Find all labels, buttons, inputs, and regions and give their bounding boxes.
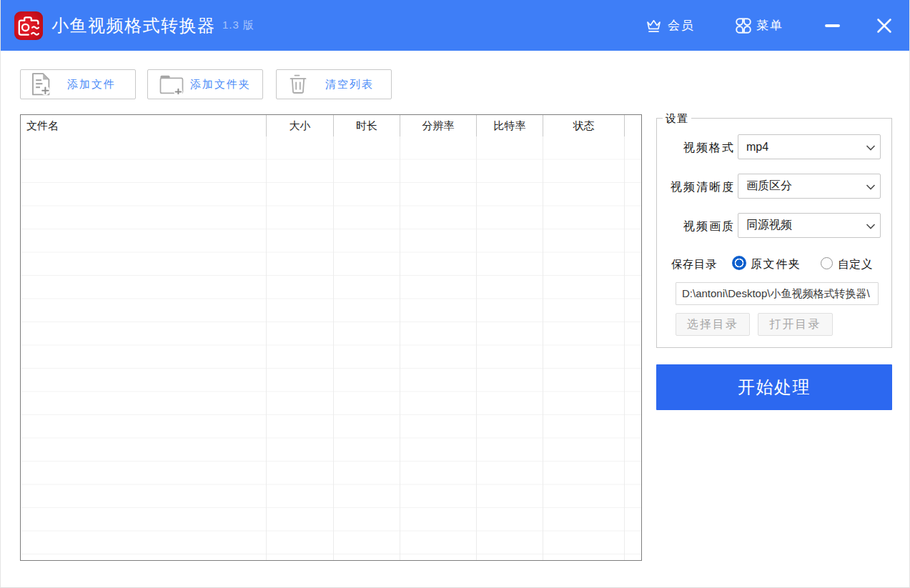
chevron-down-icon xyxy=(866,184,876,190)
app-version: 1.3 版 xyxy=(222,0,254,51)
settings-group: 设置 视频格式 mp4 视频清晰度 画质区分 视频画质 同源视频 保存目录 原文… xyxy=(656,118,892,348)
radio-original-folder[interactable] xyxy=(732,256,746,270)
member-label: 会员 xyxy=(668,17,695,34)
column-header-size[interactable]: 大小 xyxy=(267,115,334,136)
add-folder-button[interactable]: 添加文件夹 xyxy=(147,69,263,99)
settings-legend: 设置 xyxy=(663,112,691,124)
video-quality-select[interactable]: 同源视频 xyxy=(738,213,881,238)
crown-icon xyxy=(646,17,662,34)
video-quality-label: 视频画质 xyxy=(657,219,735,234)
video-clarity-select[interactable]: 画质区分 xyxy=(738,174,881,199)
add-file-label: 添加文件 xyxy=(67,78,116,91)
minimize-icon xyxy=(825,24,840,27)
clear-list-button[interactable]: 清空列表 xyxy=(276,69,392,99)
start-processing-button[interactable]: 开始处理 xyxy=(656,364,892,410)
add-folder-label: 添加文件夹 xyxy=(190,78,251,91)
menu-label: 菜单 xyxy=(756,17,783,34)
column-header-spacer xyxy=(625,115,641,136)
app-logo xyxy=(14,11,43,40)
menu-grid-icon xyxy=(736,18,751,34)
column-header-status[interactable]: 状态 xyxy=(543,115,625,136)
minimize-button[interactable] xyxy=(818,13,846,39)
video-clarity-value: 画质区分 xyxy=(746,179,792,194)
save-dir-label: 保存目录 xyxy=(657,257,717,272)
camera-wave-icon xyxy=(14,11,43,40)
video-format-select[interactable]: mp4 xyxy=(738,134,881,159)
close-button[interactable] xyxy=(870,11,899,40)
menu-button[interactable]: 菜单 xyxy=(736,0,783,51)
video-clarity-label: 视频清晰度 xyxy=(657,180,735,195)
column-header-filename[interactable]: 文件名 xyxy=(21,115,267,136)
clear-list-label: 清空列表 xyxy=(325,78,374,91)
member-button[interactable]: 会员 xyxy=(646,0,695,51)
add-folder-icon xyxy=(159,74,184,94)
clear-list-icon xyxy=(290,74,307,94)
save-path-input[interactable]: D:\antoni\Desktop\小鱼视频格式转换器\ xyxy=(676,282,879,305)
open-directory-button[interactable]: 打开目录 xyxy=(758,313,833,336)
close-icon xyxy=(876,18,892,34)
radio-custom-label: 自定义 xyxy=(838,257,873,272)
video-format-value: mp4 xyxy=(746,141,768,154)
column-header-duration[interactable]: 时长 xyxy=(334,115,400,136)
add-file-icon xyxy=(31,73,50,96)
column-header-bitrate[interactable]: 比特率 xyxy=(477,115,543,136)
video-quality-value: 同源视频 xyxy=(746,218,792,233)
chevron-down-icon xyxy=(866,145,876,151)
app-title: 小鱼视频格式转换器 xyxy=(51,0,216,51)
title-bar: 小鱼视频格式转换器 1.3 版 会员 菜单 xyxy=(0,0,910,51)
file-table-header: 文件名 大小 时长 分辨率 比特率 状态 xyxy=(21,115,641,136)
file-table: 文件名 大小 时长 分辨率 比特率 状态 xyxy=(20,114,642,561)
add-file-button[interactable]: 添加文件 xyxy=(20,69,136,99)
radio-original-folder-label: 原文件夹 xyxy=(751,257,801,272)
choose-directory-button[interactable]: 选择目录 xyxy=(676,313,750,336)
file-table-body[interactable] xyxy=(21,136,641,560)
video-format-label: 视频格式 xyxy=(657,141,735,156)
chevron-down-icon xyxy=(866,224,876,229)
radio-custom[interactable] xyxy=(821,257,833,269)
column-header-resolution[interactable]: 分辨率 xyxy=(400,115,477,136)
